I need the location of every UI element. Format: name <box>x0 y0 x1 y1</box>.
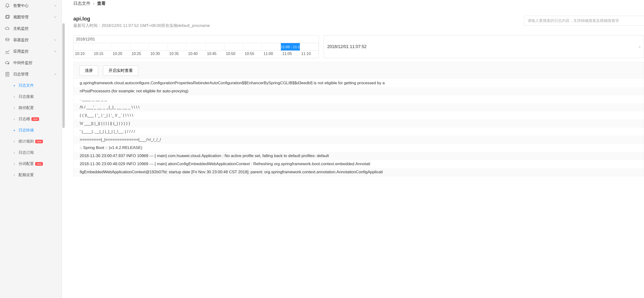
log-line: nPostProcessors (for example: not eligib… <box>74 87 644 95</box>
timeline-cell[interactable] <box>74 43 92 50</box>
timeline-track[interactable]: 11:05 - 11:1 <box>74 43 319 51</box>
breadcrumb-current: 查看 <box>97 1 106 6</box>
log-toolbar: 清屏 开启实时查看 <box>74 62 644 79</box>
menu-item-alerts[interactable]: 告警中心 <box>0 0 62 12</box>
dot-icon <box>14 119 15 120</box>
doc-icon <box>5 72 10 77</box>
menu-item-container[interactable]: 容器监控 <box>0 34 62 46</box>
chevron-down-icon <box>54 4 57 8</box>
sub-item-log-subscribe[interactable]: 日志订阅 <box>12 147 62 158</box>
chevron-up-icon <box>54 72 57 76</box>
timeline[interactable]: 2018/12/01 11:05 - 11:1 10:1010:1510:201… <box>73 36 319 58</box>
log-line: ( ( )\___ | '_ | '_| | '_ \/ _` | \ \ \ … <box>74 112 644 120</box>
cloud-icon <box>5 26 10 31</box>
dot-icon <box>14 96 15 97</box>
timeline-tick-label: 10:15 <box>92 52 111 56</box>
badge-new: new <box>32 117 39 121</box>
timeline-cell[interactable] <box>224 43 243 50</box>
timeline-tick-label: 10:20 <box>111 52 130 56</box>
timeline-cell[interactable] <box>262 43 281 50</box>
sub-item-log-file[interactable]: 日志文件 <box>0 80 62 91</box>
menu-item-logs[interactable]: 日志管理 <box>0 68 62 80</box>
log-line: :: Spring Boot :: (v1.4.2.RELEASE) <box>74 144 644 152</box>
timeline-cell[interactable] <box>111 43 130 50</box>
file-meta: 最新写入时间：2018/12/01 11:07:52 GMT+08:00所在实例… <box>73 23 210 28</box>
breadcrumb-sep: › <box>93 1 94 6</box>
timeline-cell[interactable] <box>300 43 319 50</box>
timeline-tick-label: 10:40 <box>186 52 206 56</box>
live-view-button[interactable]: 开启实时查看 <box>103 66 138 76</box>
badge-new: new <box>35 140 43 143</box>
chart-icon <box>5 49 10 54</box>
svg-rect-1 <box>6 15 9 18</box>
timeline-cell[interactable] <box>243 43 262 50</box>
log-line: =========|_|==============|___/=/_/_/_/ <box>74 136 644 144</box>
timeline-cell[interactable] <box>149 43 168 50</box>
menu-label: 告警中心 <box>13 3 28 8</box>
menu-item-app[interactable]: 应用监控 <box>0 46 62 57</box>
timeline-tick-label: 10:55 <box>243 52 262 56</box>
badge-new: new <box>35 162 43 166</box>
timeline-cell[interactable] <box>92 43 111 50</box>
menu-item-middleware[interactable]: 中间件监控 <box>0 57 62 68</box>
timeline-date: 2018/12/01 <box>74 36 319 43</box>
svg-rect-0 <box>6 16 9 18</box>
log-line: g.springframework.cloud.autoconfigure.Co… <box>74 79 644 87</box>
sub-item-log-bucket[interactable]: 日志桶new <box>12 114 62 125</box>
menu-label: 应用监控 <box>13 49 28 54</box>
timeline-cell[interactable] <box>206 43 224 50</box>
chevron-down-icon <box>54 16 57 19</box>
dot-icon <box>14 152 15 153</box>
sub-item-stat-rules[interactable]: 统计规则new <box>12 136 62 147</box>
timeline-selection[interactable]: 11:05 - 11:1 <box>281 43 300 50</box>
menu-item-host[interactable]: 主机监控 <box>0 23 62 34</box>
timeline-cell[interactable] <box>168 43 186 50</box>
sub-item-quota[interactable]: 配额设置 <box>12 170 62 181</box>
menu-item-views[interactable]: 视图管理 <box>0 12 62 23</box>
cloud-gear-icon <box>5 60 10 66</box>
sub-item-log-search[interactable]: 日志搜索 <box>12 91 62 102</box>
log-line: 2018-11-30 23:00:48.029 INFO 10969 --- [… <box>74 160 644 168</box>
chevron-down-icon <box>54 38 57 42</box>
log-line: figEmbeddedWebApplicationContext@192b07f… <box>74 168 644 176</box>
sub-item-log-dump[interactable]: 日志转储 <box>12 125 62 136</box>
timeline-tick-label: 11:00 <box>262 52 281 56</box>
menu-label: 容器监控 <box>13 38 28 42</box>
log-panel: 清屏 开启实时查看 g.springframework.cloud.autoco… <box>73 62 644 176</box>
sub-item-token-config[interactable]: 分词配置new <box>12 158 62 170</box>
timeline-tick-label: 10:25 <box>130 52 149 56</box>
breadcrumb-parent[interactable]: 日志文件 <box>73 1 90 6</box>
file-title: api.log <box>73 16 210 22</box>
sub-item-path-config[interactable]: 路径配置 <box>12 102 62 114</box>
timeline-tick-label: 10:10 <box>74 52 92 56</box>
sidebar: 告警中心 视图管理 主机监控 容器监控 应用监控 中间件监控 日志管 <box>0 0 62 298</box>
log-line: \\/ ___)| |_)| | | | | || (_| | ) ) ) ) <box>74 120 644 128</box>
menu-label: 视图管理 <box>13 15 28 20</box>
svg-point-2 <box>6 38 9 40</box>
dot-icon <box>14 108 15 108</box>
log-lines: g.springframework.cloud.autoconfigure.Co… <box>74 79 644 176</box>
timeline-tick-label: 11:05 <box>281 52 300 56</box>
timeline-tick-label: 10:45 <box>206 52 224 56</box>
layers-icon <box>5 14 10 20</box>
chevron-right-icon: › <box>639 44 640 49</box>
menu-label: 中间件监控 <box>13 60 32 66</box>
search-input[interactable] <box>524 16 644 26</box>
menu-label: 主机监控 <box>13 26 28 31</box>
breadcrumb: 日志文件 › 查看 <box>73 0 644 6</box>
clear-button[interactable]: 清屏 <box>79 66 98 76</box>
container-icon <box>5 37 10 42</box>
dot-icon <box>14 164 15 164</box>
log-line: ' |____| .__|_| |_|_| |_\__, | / / / / <box>74 128 644 136</box>
menu-sub-logs: 日志文件 日志搜索 路径配置 日志桶new 日志转储 统计规则new 日志订阅 … <box>0 80 62 181</box>
bell-icon <box>5 3 10 8</box>
time-selector[interactable]: 2018/12/01 11:07:52 › <box>324 36 644 58</box>
timeline-cell[interactable] <box>130 43 149 50</box>
timeline-cell[interactable] <box>186 43 206 50</box>
chevron-down-icon <box>54 50 57 53</box>
log-line: . ____ _ __ _ _ <box>74 95 644 103</box>
timeline-labels: 10:1010:1510:2010:2510:3010:3510:4010:45… <box>74 51 319 58</box>
timeline-tick-label: 10:30 <box>149 52 168 56</box>
dot-icon <box>14 85 15 86</box>
log-line: /\\ / ___'_ __ _ _(_)_ __ __ _ \ \ \ \ <box>74 103 644 112</box>
